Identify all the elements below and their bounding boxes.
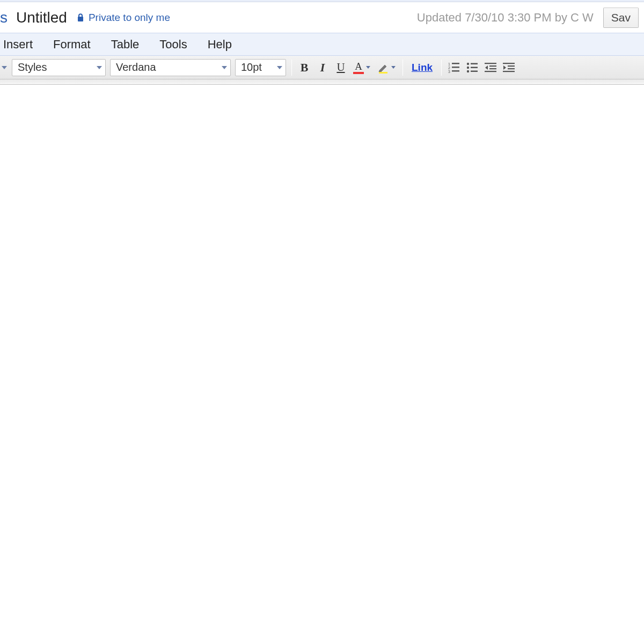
svg-rect-7	[452, 70, 459, 72]
outdent-icon	[485, 62, 496, 73]
svg-rect-15	[489, 65, 496, 67]
styles-dropdown-label: Styles	[18, 61, 47, 74]
font-size-label: 10pt	[241, 61, 262, 74]
numbered-list-icon: 1 2 3	[448, 62, 460, 73]
lock-icon	[77, 13, 84, 22]
bulleted-list-button[interactable]	[463, 59, 481, 76]
indent-icon	[503, 62, 515, 73]
document-title[interactable]: Untitled	[12, 9, 77, 26]
document-canvas[interactable]	[0, 85, 644, 644]
formatting-toolbar: Styles Verdana 10pt B I U A	[0, 56, 644, 79]
numbered-list-button[interactable]: 1 2 3	[445, 59, 463, 76]
highlighter-icon	[377, 62, 389, 74]
toolbar-separator	[441, 60, 442, 76]
svg-rect-16	[489, 68, 496, 69]
toolbar-bottom-edge	[0, 79, 644, 85]
last-updated-text: Updated 7/30/10 3:30 PM by C W	[417, 11, 603, 25]
svg-rect-11	[471, 63, 478, 64]
leading-dropdown-caret[interactable]	[0, 66, 9, 69]
menu-bar: Insert Format Table Tools Help	[0, 33, 644, 56]
svg-point-8	[467, 62, 469, 64]
increase-indent-button[interactable]	[500, 59, 518, 76]
svg-rect-18	[503, 63, 515, 64]
highlight-color-button[interactable]	[375, 59, 399, 76]
menu-insert[interactable]: Insert	[2, 35, 34, 54]
toolbar-separator	[402, 60, 403, 76]
privacy-label: Private to only me	[89, 12, 170, 24]
menu-format[interactable]: Format	[52, 35, 92, 54]
styles-dropdown[interactable]: Styles	[12, 59, 106, 76]
title-bar: s Untitled Private to only me Updated 7/…	[0, 2, 644, 33]
font-dropdown-label: Verdana	[116, 61, 156, 74]
app-logo-fragment: s	[0, 9, 12, 26]
svg-rect-17	[485, 71, 496, 72]
svg-rect-1	[379, 72, 387, 74]
underline-icon: U	[336, 61, 345, 74]
svg-rect-12	[471, 67, 478, 68]
menu-help[interactable]: Help	[207, 35, 233, 54]
bold-icon: B	[301, 61, 309, 75]
svg-rect-13	[471, 70, 478, 72]
svg-rect-20	[508, 68, 515, 69]
italic-icon: I	[320, 61, 325, 75]
chevron-down-icon	[366, 66, 370, 69]
svg-point-9	[467, 66, 469, 68]
privacy-indicator[interactable]: Private to only me	[77, 12, 170, 24]
text-color-icon: A	[353, 61, 364, 74]
svg-rect-5	[452, 63, 459, 64]
font-dropdown[interactable]: Verdana	[110, 59, 231, 76]
chevron-down-icon	[277, 66, 282, 69]
svg-rect-6	[452, 67, 459, 68]
menu-tools[interactable]: Tools	[158, 35, 188, 54]
insert-link-button[interactable]: Link	[406, 59, 438, 76]
font-size-dropdown[interactable]: 10pt	[235, 59, 286, 76]
italic-button[interactable]: I	[313, 59, 332, 76]
chevron-down-icon	[97, 66, 102, 69]
underline-button[interactable]: U	[332, 59, 350, 76]
chevron-down-icon	[222, 66, 227, 69]
bold-button[interactable]: B	[295, 59, 313, 76]
chevron-down-icon	[391, 66, 396, 69]
svg-text:1: 1	[448, 62, 450, 66]
toolbar-separator	[291, 60, 292, 76]
svg-rect-19	[508, 65, 515, 67]
svg-rect-21	[503, 71, 515, 72]
decrease-indent-button[interactable]	[481, 59, 500, 76]
svg-text:2: 2	[448, 66, 450, 70]
chevron-down-icon	[2, 66, 7, 69]
save-button[interactable]: Sav	[603, 8, 639, 28]
svg-rect-14	[485, 63, 496, 64]
bulleted-list-icon	[466, 62, 478, 73]
text-color-button[interactable]: A	[350, 59, 375, 76]
svg-text:3: 3	[448, 70, 450, 73]
svg-rect-0	[78, 17, 83, 21]
link-label: Link	[408, 62, 436, 74]
menu-table[interactable]: Table	[110, 35, 141, 54]
svg-point-10	[467, 70, 469, 72]
